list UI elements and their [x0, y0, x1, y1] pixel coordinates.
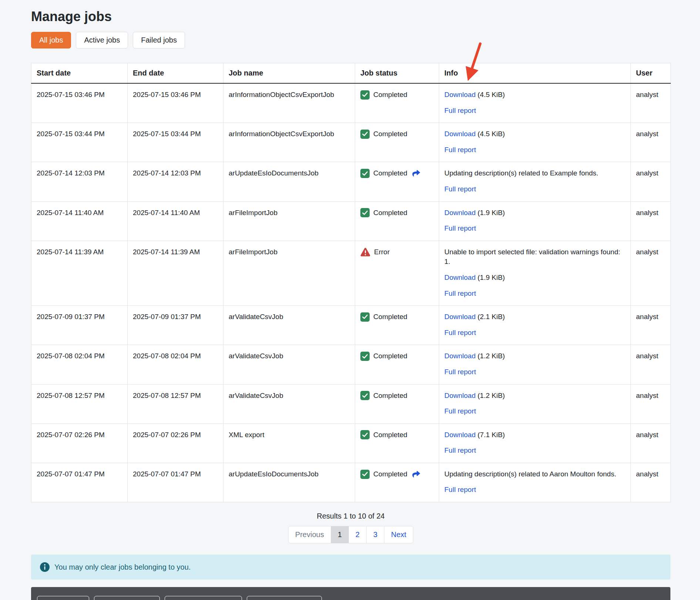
full-report-link[interactable]: Full report	[444, 289, 476, 297]
table-row: 2025-07-15 03:46 PM 2025-07-15 03:46 PM …	[31, 83, 671, 123]
end-date-cell: 2025-07-14 12:03 PM	[128, 162, 223, 201]
info-text: Unable to import selected file: validati…	[444, 248, 620, 266]
col-end-date: End date	[128, 63, 223, 84]
status-label: Completed	[373, 469, 407, 479]
full-report-link[interactable]: Full report	[444, 185, 476, 193]
job-name-cell: arValidateCsvJob	[223, 384, 355, 423]
share-arrow-icon	[412, 470, 421, 478]
pagination-2[interactable]: 2	[349, 526, 367, 543]
download-link[interactable]: Download	[444, 431, 476, 439]
status-label: Completed	[373, 312, 407, 322]
download-link[interactable]: Download	[444, 352, 476, 360]
filter-failed-jobs[interactable]: Failed jobs	[133, 32, 185, 48]
jobs-table-header: Start date End date Job name Job status …	[31, 63, 671, 84]
full-report-link[interactable]: Full report	[444, 107, 476, 114]
download-link[interactable]: Download	[444, 130, 476, 138]
info-line: Download (4.5 KiB)	[444, 90, 625, 100]
job-status-cell: Completed	[355, 162, 439, 201]
job-status-cell: Completed	[355, 123, 439, 162]
start-date-cell: 2025-07-07 01:47 PM	[31, 463, 128, 502]
end-date-cell: 2025-07-08 02:04 PM	[128, 345, 223, 384]
full-report-link[interactable]: Full report	[444, 329, 476, 336]
full-report-link[interactable]: Full report	[444, 486, 476, 493]
pagination-wrap: Previous123Next	[31, 526, 670, 543]
status-label: Completed	[373, 129, 407, 139]
auto-refresh-button[interactable]: Auto refresh	[94, 596, 160, 600]
info-cell: Download (2.1 KiB)Full report	[439, 306, 631, 345]
filter-all-jobs[interactable]: All jobs	[31, 32, 71, 48]
info-cell: Unable to import selected file: validati…	[439, 241, 631, 305]
job-status-cell: Completed	[355, 463, 439, 502]
end-date-cell: 2025-07-09 01:37 PM	[128, 306, 223, 345]
status-success-icon	[360, 208, 370, 217]
refresh-button[interactable]: Refresh	[37, 596, 89, 600]
job-name-cell: XML export	[223, 423, 355, 463]
info-line: Full report	[444, 224, 625, 234]
full-report-link[interactable]: Full report	[444, 407, 476, 415]
table-row: 2025-07-07 01:47 PM 2025-07-07 01:47 PM …	[31, 463, 671, 502]
start-date-cell: 2025-07-14 11:39 AM	[31, 241, 128, 305]
download-link[interactable]: Download	[444, 313, 476, 321]
info-line: Updating description(s) related to Aaron…	[444, 469, 625, 479]
user-cell: analyst	[631, 423, 671, 463]
pagination-1[interactable]: 1	[331, 526, 349, 543]
info-line: Download (1.9 KiB)	[444, 273, 625, 283]
pagination-3[interactable]: 3	[367, 526, 384, 543]
table-row: 2025-07-14 12:03 PM 2025-07-14 12:03 PM …	[31, 162, 671, 201]
info-line: Download (7.1 KiB)	[444, 430, 625, 440]
status-label: Completed	[373, 168, 407, 178]
info-text: Updating description(s) related to Aaron…	[444, 470, 616, 478]
job-status-cell: Completed	[355, 384, 439, 423]
info-line: Full report	[444, 328, 625, 338]
info-line: Full report	[444, 406, 625, 416]
job-status-cell: Completed	[355, 201, 439, 241]
user-cell: analyst	[631, 162, 671, 201]
status-success-icon	[360, 312, 370, 322]
job-name-cell: arUpdateEsIoDocumentsJob	[223, 162, 355, 201]
full-report-link[interactable]: Full report	[444, 368, 476, 376]
status-label: Completed	[373, 90, 407, 100]
info-alert: You may only clear jobs belonging to you…	[31, 554, 670, 580]
download-link[interactable]: Download	[444, 209, 476, 217]
info-text: Updating description(s) related to Examp…	[444, 169, 598, 177]
user-cell: analyst	[631, 306, 671, 345]
user-cell: analyst	[631, 201, 671, 241]
status-success-icon	[360, 90, 370, 100]
job-name-cell: arFileImportJob	[223, 241, 355, 305]
export-history-csv-button[interactable]: Export history CSV	[165, 596, 242, 600]
status-success-icon	[360, 130, 370, 139]
full-report-link[interactable]: Full report	[444, 224, 476, 232]
info-line: Unable to import selected file: validati…	[444, 247, 625, 267]
status-success-icon	[360, 352, 370, 361]
start-date-cell: 2025-07-08 12:57 PM	[31, 384, 128, 423]
info-cell: Download (4.5 KiB)Full report	[439, 123, 631, 162]
info-text: (4.5 KiB)	[476, 130, 505, 138]
end-date-cell: 2025-07-14 11:40 AM	[128, 201, 223, 241]
filter-active-jobs[interactable]: Active jobs	[76, 32, 128, 48]
info-text: (7.1 KiB)	[476, 431, 505, 439]
col-info: Info	[439, 63, 631, 84]
info-line: Full report	[444, 485, 625, 495]
pagination-next[interactable]: Next	[384, 526, 413, 543]
col-job-status: Job status	[355, 63, 439, 84]
info-cell: Download (1.9 KiB)Full report	[439, 201, 631, 241]
download-link[interactable]: Download	[444, 392, 476, 399]
job-filters: All jobs Active jobs Failed jobs	[31, 32, 670, 48]
table-row: 2025-07-14 11:40 AM 2025-07-14 11:40 AM …	[31, 201, 671, 241]
info-text: (1.9 KiB)	[476, 209, 505, 217]
job-name-cell: arInformationObjectCsvExportJob	[223, 83, 355, 123]
full-report-link[interactable]: Full report	[444, 146, 476, 154]
info-circle-icon	[40, 562, 50, 572]
clear-inactive-jobs-button[interactable]: Clear inactive jobs	[247, 596, 322, 600]
content-container: Manage jobs All jobs Active jobs Failed …	[0, 0, 700, 600]
job-name-cell: arValidateCsvJob	[223, 345, 355, 384]
full-report-link[interactable]: Full report	[444, 446, 476, 454]
table-row: 2025-07-08 12:57 PM 2025-07-08 12:57 PM …	[31, 384, 671, 423]
download-link[interactable]: Download	[444, 91, 476, 98]
download-link[interactable]: Download	[444, 274, 476, 281]
user-cell: analyst	[631, 384, 671, 423]
manage-jobs-page: { "page": { "title": "Manage jobs" }, "f…	[0, 0, 700, 600]
bottom-toolbar: Refresh Auto refresh Export history CSV …	[31, 587, 670, 600]
job-name-cell: arValidateCsvJob	[223, 306, 355, 345]
job-status-cell: Error	[355, 241, 439, 305]
